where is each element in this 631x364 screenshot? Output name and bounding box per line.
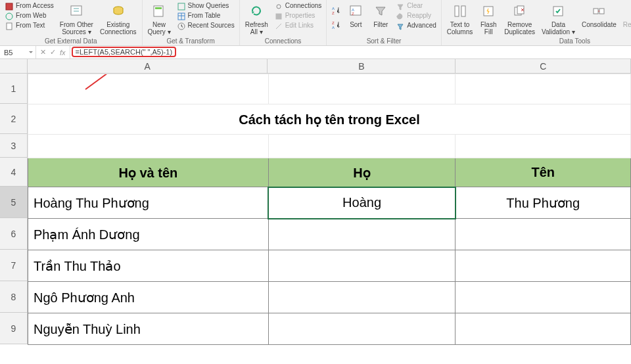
ribbon-group-sort-filter: AZ ZA AZ Sort Filter Clear <box>327 0 441 45</box>
select-all-corner[interactable] <box>0 59 28 74</box>
from-table-button[interactable]: From Table <box>175 11 237 21</box>
text-to-columns-button[interactable]: Text to Columns <box>444 1 475 37</box>
refresh-all-button[interactable]: Refresh All ▾ <box>243 1 271 37</box>
newquery-icon <box>150 2 168 20</box>
prop-icon <box>274 12 283 21</box>
db-icon <box>5 2 14 11</box>
consolidate-button[interactable]: Consolidate <box>579 1 619 37</box>
svg-rect-6 <box>155 7 162 9</box>
row-header[interactable]: 2 <box>0 104 28 134</box>
row-header[interactable]: 5 <box>0 187 28 218</box>
existing-connections-button[interactable]: Existing Connections <box>97 1 139 37</box>
svg-rect-19 <box>461 6 465 16</box>
cell[interactable]: Ngô Phương Anh <box>28 282 269 313</box>
flash-fill-button[interactable]: Flash Fill <box>477 1 500 37</box>
group-title: Get & Transform <box>145 37 237 45</box>
table-icon <box>177 12 186 21</box>
filter-button[interactable]: Filter <box>369 1 392 37</box>
clear-filter-button: Clear <box>394 1 438 11</box>
cell[interactable] <box>456 313 631 345</box>
cell[interactable] <box>268 282 456 313</box>
cell[interactable] <box>456 282 631 313</box>
row-header[interactable]: 7 <box>0 250 28 281</box>
from-web-button[interactable]: From Web <box>3 11 56 21</box>
refresh-icon <box>247 2 266 20</box>
advanced-filter-button[interactable]: Advanced <box>394 21 438 31</box>
cancel-icon[interactable]: ✕ <box>40 48 46 57</box>
title-cell[interactable]: Cách tách họ tên trong Excel <box>28 104 631 135</box>
group-title: Get External Data <box>3 37 139 45</box>
sort-za-button[interactable]: ZA <box>329 18 342 32</box>
row-header[interactable]: 6 <box>0 218 28 250</box>
cell[interactable]: Trần Thu Thảo <box>28 250 269 282</box>
cell[interactable] <box>28 135 269 158</box>
sort-button[interactable]: AZ Sort <box>344 1 367 37</box>
editlink-icon <box>274 22 283 31</box>
link-icon <box>274 2 283 11</box>
formula-input[interactable]: =LEFT(A5,SEARCH(" ",A5)-1) <box>70 46 631 58</box>
row-header[interactable]: 3 <box>0 134 28 158</box>
col-header-c[interactable]: C <box>456 59 631 74</box>
cell[interactable]: Nguyễn Thuỳ Linh <box>28 313 269 345</box>
az-icon: AZ <box>331 6 340 15</box>
active-cell[interactable]: Hoàng <box>268 187 456 219</box>
row-header[interactable]: 4 <box>0 158 28 187</box>
cell[interactable] <box>268 135 456 158</box>
col-header-b[interactable]: B <box>268 59 456 74</box>
row-header[interactable]: 8 <box>0 281 28 313</box>
recent-sources-button[interactable]: Recent Sources <box>175 21 237 31</box>
ribbon: From Access From Web From Text From Othe… <box>0 0 631 46</box>
cell[interactable] <box>268 250 456 282</box>
header-cell[interactable]: Tên <box>456 158 631 187</box>
consol-icon <box>590 2 608 20</box>
cell[interactable] <box>28 74 269 104</box>
adv-icon <box>396 22 405 31</box>
header-cell[interactable]: Họ <box>268 158 456 187</box>
cell[interactable] <box>456 135 631 158</box>
from-access-button[interactable]: From Access <box>3 1 56 11</box>
cell[interactable]: Phạm Ánh Dương <box>28 219 269 250</box>
valid-icon <box>549 2 567 20</box>
group-title: Sort & Filter <box>329 37 438 45</box>
conn-icon <box>109 2 128 20</box>
svg-rect-18 <box>455 6 459 16</box>
cell[interactable] <box>456 74 631 104</box>
remove-duplicates-button[interactable]: Remove Duplicates <box>502 1 538 37</box>
ribbon-group-get-external-data: From Access From Web From Text From Othe… <box>0 0 143 45</box>
name-box[interactable]: B5 <box>0 46 36 58</box>
grid-icon <box>177 2 186 11</box>
show-queries-button[interactable]: Show Queries <box>175 1 237 11</box>
sort-az-button[interactable]: AZ <box>329 4 342 17</box>
enter-icon[interactable]: ✓ <box>50 48 56 57</box>
row-header[interactable]: 9 <box>0 313 28 344</box>
edit-links-button: Edit Links <box>272 21 324 31</box>
za-icon: ZA <box>331 20 340 30</box>
ribbon-group-get-transform: New Query ▾ Show Queries From Table Rece… <box>143 0 240 45</box>
svg-rect-24 <box>594 9 598 14</box>
cell[interactable] <box>268 313 456 345</box>
svg-rect-2 <box>7 23 12 30</box>
t2c-icon <box>451 2 469 20</box>
cell[interactable] <box>268 74 456 104</box>
col-header-a[interactable]: A <box>28 59 268 74</box>
svg-rect-7 <box>178 3 185 10</box>
cell[interactable] <box>456 219 631 250</box>
new-query-button[interactable]: New Query ▾ <box>145 1 174 37</box>
cell[interactable]: Thu Phương <box>456 187 631 219</box>
svg-rect-25 <box>599 9 604 14</box>
cell[interactable] <box>268 219 456 250</box>
connections-button[interactable]: Connections <box>272 1 324 11</box>
ribbon-group-data-tools: Text to Columns Flash Fill Remove Duplic… <box>442 0 631 45</box>
dup-icon <box>511 2 529 20</box>
cell[interactable] <box>456 250 631 282</box>
fx-icon[interactable]: fx <box>60 49 66 57</box>
sources-icon <box>67 2 85 20</box>
data-validation-button[interactable]: Data Validation ▾ <box>539 1 578 37</box>
header-cell[interactable]: Họ và tên <box>28 158 269 187</box>
from-text-button[interactable]: From Text <box>3 21 56 31</box>
formula-bar: B5 ✕ ✓ fx =LEFT(A5,SEARCH(" ",A5)-1) <box>0 46 631 59</box>
row-header[interactable]: 1 <box>0 74 28 104</box>
clear-icon <box>396 2 405 11</box>
from-other-sources-button[interactable]: From Other Sources ▾ <box>57 1 96 37</box>
cell[interactable]: Hoàng Thu Phương <box>28 187 269 219</box>
